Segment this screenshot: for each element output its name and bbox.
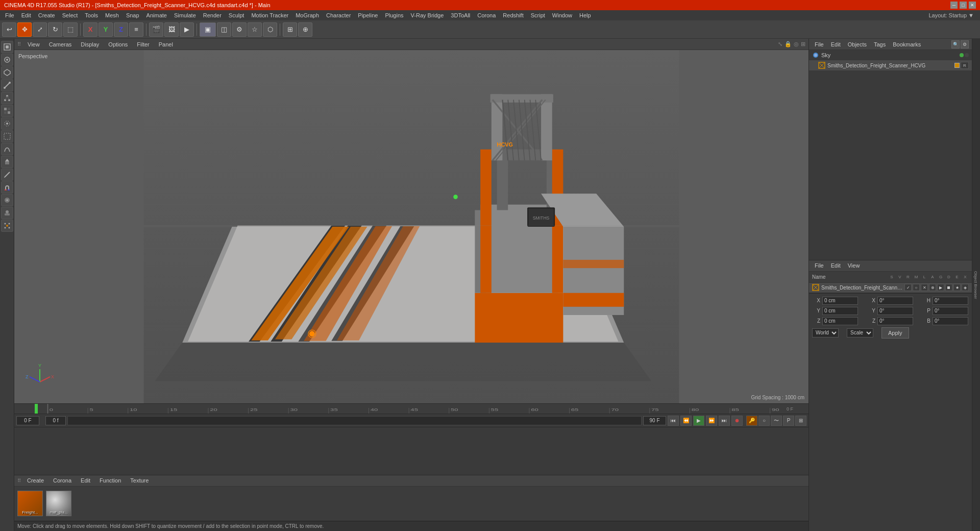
material-freight[interactable]: Freight... xyxy=(17,491,43,516)
menu-snap[interactable]: Snap xyxy=(123,11,142,19)
freight-color-swatch[interactable] xyxy=(954,63,960,68)
menu-motion-tracker[interactable]: Motion Tracker xyxy=(248,11,291,19)
am-icon-1[interactable]: ✓ xyxy=(904,284,912,291)
undo-button[interactable]: ↩ xyxy=(2,22,16,37)
tool-rect-select[interactable] xyxy=(1,130,13,142)
am-menu-view[interactable]: View xyxy=(845,262,863,269)
rot-y-field[interactable] xyxy=(877,307,913,315)
menu-window[interactable]: Window xyxy=(549,11,575,19)
record-button[interactable]: ⏺ xyxy=(731,416,743,426)
am-menu-edit[interactable]: Edit xyxy=(828,262,843,269)
viewport-maximize[interactable]: ⊞ xyxy=(801,41,805,47)
material-menu-create[interactable]: Create xyxy=(24,477,47,484)
am-selected-object-row[interactable]: Smiths_Detection_Freight_Scanner_HCVG ✓ … xyxy=(809,283,972,293)
window-controls[interactable]: ─ □ ✕ xyxy=(950,2,976,9)
menu-vray[interactable]: V-Ray Bridge xyxy=(408,11,447,19)
menu-edit[interactable]: Edit xyxy=(18,11,34,19)
freight-tag-render[interactable]: R xyxy=(961,62,969,69)
tool-mograph[interactable] xyxy=(1,220,13,232)
tool-select-model[interactable] xyxy=(1,41,13,53)
tool-select-point[interactable] xyxy=(1,92,13,104)
scene-viewport[interactable]: SMITHS HCVG xyxy=(14,50,808,403)
display-shaded[interactable]: ▣ xyxy=(200,22,216,37)
om-menu-edit[interactable]: Edit xyxy=(828,41,843,48)
render-preview[interactable]: 🎬 xyxy=(149,22,163,37)
viewport-menu-cameras[interactable]: Cameras xyxy=(46,41,75,48)
viewport-menu-view[interactable]: View xyxy=(25,41,42,48)
menu-script[interactable]: Script xyxy=(528,11,548,19)
tool-select-poly[interactable] xyxy=(1,66,13,79)
pos-x-field[interactable] xyxy=(822,297,858,305)
material-menu-edit[interactable]: Edit xyxy=(78,477,93,484)
timeline-mode-btn[interactable]: P xyxy=(783,416,794,426)
sky-extra-dot[interactable] xyxy=(965,53,969,57)
om-menu-file[interactable]: File xyxy=(812,41,826,48)
pos-y-field[interactable] xyxy=(822,307,858,315)
motion-path-btn[interactable]: 〜 xyxy=(771,416,782,426)
axis-x[interactable]: X xyxy=(83,22,97,37)
menu-3dtoall[interactable]: 3DToAll xyxy=(448,11,473,19)
goto-start-button[interactable]: ⏮ xyxy=(668,416,679,426)
world-select[interactable]: World xyxy=(812,328,839,337)
display-wire[interactable]: ◫ xyxy=(217,22,231,37)
om-item-freight-scanner[interactable]: Smiths_Detection_Freight_Scanner_HCVG R xyxy=(809,60,972,70)
scale-select[interactable]: Scale xyxy=(847,328,873,337)
move-tool[interactable]: ✥ xyxy=(17,22,32,37)
tab-object-browser[interactable]: Object Browser xyxy=(972,269,979,301)
scale-tool[interactable]: ⤢ xyxy=(33,22,47,37)
goto-end-button[interactable]: ⏭ xyxy=(719,416,730,426)
om-settings-icon[interactable]: ⚙ xyxy=(961,40,969,49)
viewport-menu-options[interactable]: Options xyxy=(106,41,130,48)
om-menu-objects[interactable]: Objects xyxy=(845,41,869,48)
menu-sculpt[interactable]: Sculpt xyxy=(226,11,248,19)
tool-select-edge[interactable] xyxy=(1,79,13,91)
viewport-3d[interactable]: Perspective Grid Spacing : 1000 cm xyxy=(14,50,808,403)
viewport-menu-display[interactable]: Display xyxy=(78,41,102,48)
size-b-field[interactable] xyxy=(933,317,968,325)
step-back-button[interactable]: ⏪ xyxy=(680,416,692,426)
menu-help[interactable]: Help xyxy=(576,11,594,19)
menu-character[interactable]: Character xyxy=(323,11,354,19)
viewport-solo[interactable]: ◎ xyxy=(794,41,799,47)
menu-plugins[interactable]: Plugins xyxy=(382,11,406,19)
viewport-fullscreen[interactable]: ⤡ xyxy=(778,41,782,47)
timeline-extra-btn[interactable]: ⊞ xyxy=(795,416,806,426)
display-settings[interactable]: ☆ xyxy=(248,22,262,37)
menu-render[interactable]: Render xyxy=(200,11,225,19)
menu-mesh[interactable]: Mesh xyxy=(102,11,122,19)
menu-create[interactable]: Create xyxy=(35,11,58,19)
size-h-field[interactable] xyxy=(933,297,968,305)
tool-magnet[interactable] xyxy=(1,181,13,194)
menu-pipeline[interactable]: Pipeline xyxy=(355,11,381,19)
tool-live-select[interactable] xyxy=(1,117,13,130)
menu-animate[interactable]: Animate xyxy=(143,11,170,19)
am-icon-8[interactable]: ◈ xyxy=(962,284,969,291)
tool-select-object[interactable] xyxy=(1,54,13,66)
grid-settings[interactable]: ⊞ xyxy=(283,22,297,37)
am-icon-2[interactable]: ○ xyxy=(913,284,920,291)
timeline-scrubbar[interactable] xyxy=(67,416,642,425)
maximize-button[interactable]: □ xyxy=(960,2,967,9)
minimize-button[interactable]: ─ xyxy=(950,2,958,9)
axis-y[interactable]: Y xyxy=(99,22,113,37)
menu-tools[interactable]: Tools xyxy=(82,11,101,19)
close-button[interactable]: ✕ xyxy=(969,2,976,9)
am-icon-7[interactable]: ★ xyxy=(953,284,961,291)
viewport-menu-panel[interactable]: Panel xyxy=(156,41,176,48)
step-forward-button[interactable]: ⏩ xyxy=(706,416,717,426)
material-menu-corona[interactable]: Corona xyxy=(50,477,75,484)
display-quick[interactable]: ⚙ xyxy=(232,22,247,37)
tool-weight[interactable] xyxy=(1,207,13,219)
rot-z-field[interactable] xyxy=(877,317,913,325)
am-icon-6[interactable]: ⏹ xyxy=(945,284,952,291)
render-region[interactable]: 🖼 xyxy=(164,22,179,37)
material-menu-texture[interactable]: Texture xyxy=(127,477,152,484)
am-icon-5[interactable]: ▶ xyxy=(937,284,944,291)
render-active[interactable]: ▶ xyxy=(180,22,194,37)
om-item-sky[interactable]: Sky xyxy=(809,50,972,60)
frame-counter-input[interactable] xyxy=(16,416,39,425)
tool-sculpt[interactable] xyxy=(1,194,13,206)
rot-x-field[interactable] xyxy=(877,297,913,305)
timeline-start-marker[interactable] xyxy=(35,404,38,414)
tool-texture[interactable] xyxy=(1,105,13,117)
